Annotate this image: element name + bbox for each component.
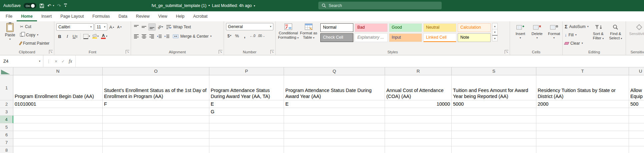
bold-button[interactable]: B [56,33,63,40]
undo-button[interactable]: ↶ [47,3,51,8]
cell-R5[interactable] [385,123,452,131]
styles-dialog-launcher-icon[interactable]: ↘ [505,50,508,54]
align-left-button[interactable] [133,33,140,40]
cell-N1[interactable]: Program Enrollment Begin Date (AA) [13,75,103,100]
cell-U5[interactable] [629,123,644,131]
cell-R6[interactable] [385,131,452,139]
style-explanatory[interactable]: Explanatory ... [355,33,388,42]
cell-O6[interactable] [103,131,209,139]
tab-home[interactable]: Home [17,11,37,21]
cell-R8[interactable] [385,146,452,153]
column-header-U[interactable]: U [629,67,644,75]
cell-S8[interactable] [452,146,536,153]
row-header-8[interactable]: 8 [0,146,13,153]
cell-P7[interactable] [209,139,284,146]
cell-S3[interactable] [452,108,536,116]
cell-U2[interactable]: 500 [629,100,644,108]
column-header-N[interactable]: N [13,67,103,75]
formula-input[interactable] [76,55,644,67]
cell-Q2[interactable]: E [284,100,385,108]
delete-cells-button[interactable]: Delete ▾ [531,23,543,48]
cell-Q1[interactable]: Program Attendance Status Date During Aw… [284,75,385,100]
font-color-button[interactable]: A▾ [100,33,108,40]
cell-T4[interactable] [536,116,629,123]
cell-R2[interactable]: 10000 [385,100,452,108]
style-bad[interactable]: Bad [355,23,388,32]
cell-S6[interactable] [452,131,536,139]
cell-T8[interactable] [536,146,629,153]
format-painter-button[interactable]: Format Painter [20,40,49,47]
row-header-4[interactable]: 4 [0,116,13,123]
save-button[interactable] [39,3,44,8]
align-top-button[interactable] [133,23,140,31]
decrease-indent-button[interactable] [156,33,163,40]
cell-U4[interactable] [629,116,644,123]
currency-format-button[interactable]: $▾ [226,32,233,39]
cell-S2[interactable]: 5000 [452,100,536,108]
fill-button[interactable]: ↓Fill▾ [565,31,589,38]
undo-dropdown-icon[interactable]: ▾ [53,4,54,7]
cell-P3[interactable]: G [209,108,284,116]
tab-formulas[interactable]: Formulas [88,11,114,21]
row-header-6[interactable]: 6 [0,131,13,139]
style-normal[interactable]: Normal [320,23,353,32]
tab-help[interactable]: Help [172,11,189,21]
column-header-P[interactable]: P [209,67,284,75]
document-title[interactable]: fvt_ge_submittal_template (1) • Last Mod… [127,0,280,11]
cell-U6[interactable] [629,131,644,139]
cell-N7[interactable] [13,139,103,146]
cell-Q4[interactable] [284,116,385,123]
underline-button[interactable]: U▾ [72,33,78,40]
cell-U1[interactable]: Allow Equip [629,75,644,100]
cell-S5[interactable] [452,123,536,131]
column-header-R[interactable]: R [385,67,452,75]
align-right-button[interactable] [148,33,155,40]
cell-P1[interactable]: Program Attendance Status During Award Y… [209,75,284,100]
conditional-formatting-button[interactable]: Conditional Formatting ▾ [278,22,299,48]
cell-O4[interactable] [103,116,209,123]
tab-review[interactable]: Review [132,11,154,21]
borders-button[interactable]: ▾ [83,33,91,40]
cell-T2[interactable]: 2000 [536,100,629,108]
find-select-button[interactable]: Find & Select ▾ [608,23,623,48]
font-size-combo[interactable]: 11▾ [95,23,107,31]
cell-U7[interactable] [629,139,644,146]
style-input[interactable]: Input [389,33,422,42]
cell-Q8[interactable] [284,146,385,153]
cell-N6[interactable] [13,131,103,139]
row-header-1[interactable]: 1 [0,75,13,100]
clipboard-dialog-launcher-icon[interactable]: ↘ [49,50,53,54]
cell-T5[interactable] [536,123,629,131]
wrap-text-button[interactable]: Wrap Text [166,24,191,31]
cell-P4[interactable] [209,116,284,123]
italic-button[interactable]: I [64,33,71,40]
number-format-combo[interactable]: General▾ [226,23,273,30]
align-center-button[interactable] [141,33,147,40]
increase-font-size-button[interactable]: A▴ [108,23,115,31]
style-note[interactable]: Note [458,33,491,42]
paste-button[interactable]: Paste ▾ [2,23,18,48]
cell-N3[interactable] [13,108,103,116]
cell-P5[interactable] [209,123,284,131]
select-all-corner[interactable] [0,67,13,75]
gallery-up-icon[interactable]: ▴ [492,23,498,29]
formula-bar-splitter-icon[interactable]: ⋮ [47,59,51,64]
style-neutral[interactable]: Neutral [423,23,456,32]
number-dialog-launcher-icon[interactable]: ↘ [270,50,274,54]
gallery-more-icon[interactable]: ▾ [492,35,498,41]
comma-style-button[interactable]: , [241,32,248,39]
row-header-5[interactable]: 5 [0,123,13,131]
cell-N8[interactable] [13,146,103,153]
cell-P6[interactable] [209,131,284,139]
cell-T6[interactable] [536,131,629,139]
insert-cells-button[interactable]: Insert ▾ [514,23,527,48]
cell-R4[interactable] [385,116,452,123]
cell-O2[interactable]: F [103,100,209,108]
cancel-icon[interactable]: × [55,59,57,64]
name-box[interactable]: Z4 ▾ [0,55,43,67]
sort-filter-button[interactable]: Sort & Filter ▾ [591,23,606,48]
tab-view[interactable]: View [154,11,172,21]
align-bottom-button[interactable] [148,23,156,31]
cell-R1[interactable]: Annual Cost of Attendance (COA) (AA) [385,75,452,100]
cell-R7[interactable] [385,139,452,146]
